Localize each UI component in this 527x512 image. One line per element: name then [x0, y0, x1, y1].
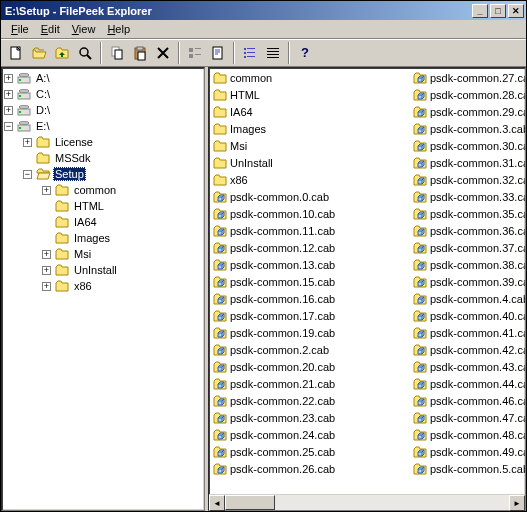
- list-item[interactable]: psdk-common.19.cab: [210, 324, 410, 341]
- tree-label[interactable]: x86: [72, 279, 94, 293]
- tree-row[interactable]: HTML: [4, 198, 202, 214]
- list-item[interactable]: psdk-common.20.cab: [210, 358, 410, 375]
- tree-label[interactable]: MSSdk: [53, 151, 92, 165]
- list-item[interactable]: psdk-common.17.cab: [210, 307, 410, 324]
- list-item[interactable]: psdk-common.32.cab: [410, 171, 525, 188]
- list-item[interactable]: psdk-common.0.cab: [210, 188, 410, 205]
- horizontal-scrollbar[interactable]: ◄ ►: [209, 494, 525, 510]
- list-item[interactable]: psdk-common.12.cab: [210, 239, 410, 256]
- list-item[interactable]: HTML: [210, 86, 410, 103]
- list-item[interactable]: psdk-common.37.cab: [410, 239, 525, 256]
- tree-row[interactable]: +common: [4, 182, 202, 198]
- list-item[interactable]: psdk-common.44.cab: [410, 375, 525, 392]
- list-item[interactable]: psdk-common.15.cab: [210, 273, 410, 290]
- list-item[interactable]: UnInstall: [210, 154, 410, 171]
- delete-button[interactable]: [152, 42, 174, 64]
- list-item[interactable]: common: [210, 69, 410, 86]
- scroll-right-button[interactable]: ►: [509, 495, 525, 511]
- tree-row[interactable]: +License: [4, 134, 202, 150]
- list-item[interactable]: psdk-common.48.cab: [410, 426, 525, 443]
- list-item[interactable]: psdk-common.38.cab: [410, 256, 525, 273]
- close-button[interactable]: ✕: [508, 4, 524, 18]
- list-item[interactable]: psdk-common.16.cab: [210, 290, 410, 307]
- list-item[interactable]: psdk-common.30.cab: [410, 137, 525, 154]
- list-item[interactable]: psdk-common.11.cab: [210, 222, 410, 239]
- list-item[interactable]: psdk-common.31.cab: [410, 154, 525, 171]
- open-button[interactable]: [28, 42, 50, 64]
- list-item[interactable]: psdk-common.24.cab: [210, 426, 410, 443]
- tree-label[interactable]: UnInstall: [72, 263, 119, 277]
- scroll-thumb[interactable]: [225, 495, 275, 510]
- list-item[interactable]: psdk-common.46.cab: [410, 392, 525, 409]
- tree-label[interactable]: IA64: [72, 215, 99, 229]
- scroll-left-button[interactable]: ◄: [209, 495, 225, 511]
- tree-row[interactable]: −E:\: [4, 118, 202, 134]
- tree-row[interactable]: +Msi: [4, 246, 202, 262]
- list-item[interactable]: psdk-common.43.cab: [410, 358, 525, 375]
- file-list[interactable]: commonHTMLIA64ImagesMsiUnInstallx86psdk-…: [209, 68, 525, 494]
- tree-row[interactable]: +D:\: [4, 102, 202, 118]
- scroll-track[interactable]: [225, 495, 509, 510]
- tree-label[interactable]: common: [72, 183, 118, 197]
- list-item[interactable]: IA64: [210, 103, 410, 120]
- list-item[interactable]: psdk-common.23.cab: [210, 409, 410, 426]
- view-small-button[interactable]: [239, 42, 261, 64]
- tree-toggle-icon[interactable]: +: [42, 186, 51, 195]
- tree-toggle-icon[interactable]: +: [4, 74, 13, 83]
- list-item[interactable]: psdk-common.27.cab: [410, 69, 525, 86]
- tree-label[interactable]: E:\: [34, 119, 51, 133]
- menu-edit[interactable]: Edit: [35, 21, 66, 37]
- list-item[interactable]: Msi: [210, 137, 410, 154]
- list-item[interactable]: psdk-common.26.cab: [210, 460, 410, 477]
- tree-toggle-icon[interactable]: +: [4, 106, 13, 115]
- tree-label[interactable]: Msi: [72, 247, 93, 261]
- list-item[interactable]: Images: [210, 120, 410, 137]
- help-button[interactable]: ?: [294, 42, 316, 64]
- tree-toggle-icon[interactable]: +: [42, 250, 51, 259]
- menu-view[interactable]: View: [66, 21, 102, 37]
- tree-label[interactable]: A:\: [34, 71, 51, 85]
- properties-button[interactable]: [207, 42, 229, 64]
- menu-help[interactable]: Help: [101, 21, 136, 37]
- tree-row[interactable]: +C:\: [4, 86, 202, 102]
- tree-row[interactable]: +A:\: [4, 70, 202, 86]
- list-item[interactable]: psdk-common.40.cab: [410, 307, 525, 324]
- tree-label[interactable]: HTML: [72, 199, 106, 213]
- list-item[interactable]: psdk-common.41.cab: [410, 324, 525, 341]
- tree-row[interactable]: MSSdk: [4, 150, 202, 166]
- new-file-button[interactable]: [5, 42, 27, 64]
- tree-toggle-icon[interactable]: +: [4, 90, 13, 99]
- list-item[interactable]: psdk-common.22.cab: [210, 392, 410, 409]
- list-item[interactable]: psdk-common.4.cab: [410, 290, 525, 307]
- maximize-button[interactable]: □: [490, 4, 506, 18]
- titlebar[interactable]: E:\Setup - FilePeek Explorer _ □ ✕: [1, 1, 526, 20]
- find-button[interactable]: [74, 42, 96, 64]
- tree-row[interactable]: IA64: [4, 214, 202, 230]
- list-item[interactable]: psdk-common.13.cab: [210, 256, 410, 273]
- list-item[interactable]: x86: [210, 171, 410, 188]
- tree-label[interactable]: License: [53, 135, 95, 149]
- list-item[interactable]: psdk-common.10.cab: [210, 205, 410, 222]
- list-item[interactable]: psdk-common.35.cab: [410, 205, 525, 222]
- minimize-button[interactable]: _: [472, 4, 488, 18]
- menu-file[interactable]: File: [5, 21, 35, 37]
- tree-row[interactable]: +x86: [4, 278, 202, 294]
- list-item[interactable]: psdk-common.36.cab: [410, 222, 525, 239]
- tree-label[interactable]: D:\: [34, 103, 52, 117]
- list-item[interactable]: psdk-common.28.cab: [410, 86, 525, 103]
- view-details-button[interactable]: [262, 42, 284, 64]
- tree-label[interactable]: Images: [72, 231, 112, 245]
- paste-button[interactable]: [129, 42, 151, 64]
- list-item[interactable]: psdk-common.3.cab: [410, 120, 525, 137]
- tree-toggle-icon[interactable]: +: [42, 282, 51, 291]
- up-folder-button[interactable]: [51, 42, 73, 64]
- list-item[interactable]: psdk-common.2.cab: [210, 341, 410, 358]
- list-item[interactable]: psdk-common.21.cab: [210, 375, 410, 392]
- tree-label[interactable]: Setup: [53, 167, 86, 181]
- copy-button[interactable]: [106, 42, 128, 64]
- list-item[interactable]: psdk-common.47.cab: [410, 409, 525, 426]
- tree-toggle-icon[interactable]: +: [23, 138, 32, 147]
- list-button[interactable]: [184, 42, 206, 64]
- list-item[interactable]: psdk-common.39.cab: [410, 273, 525, 290]
- tree-toggle-icon[interactable]: +: [42, 266, 51, 275]
